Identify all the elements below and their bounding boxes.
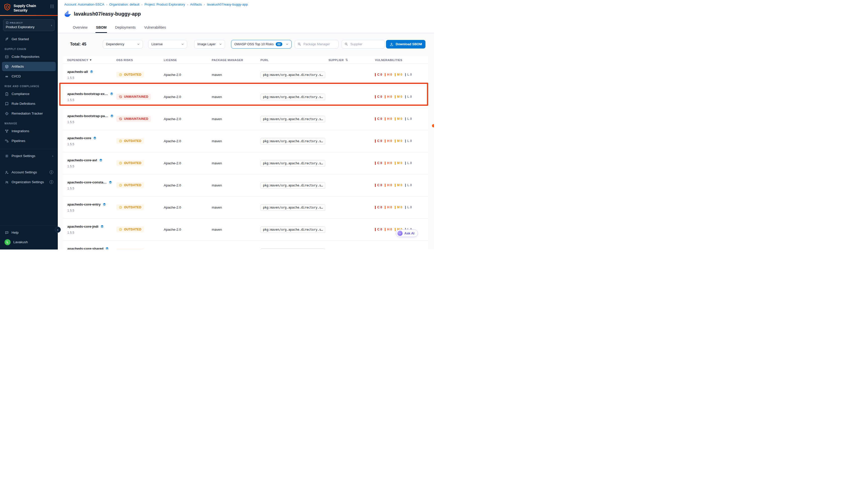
rocket-icon xyxy=(4,37,9,41)
purl-value[interactable]: pkg:maven/org.apache.directory.s… xyxy=(260,116,325,122)
sidebar-item-pipelines[interactable]: Pipelines xyxy=(2,136,56,145)
table-row[interactable]: apacheds-bootstrap-pa… 1.5.5 UNMAINTAINE… xyxy=(63,108,428,130)
package-manager-cell: maven xyxy=(212,139,260,143)
license-cell: Apache-2.0 xyxy=(164,117,212,121)
table-row[interactable]: apacheds-core-shared 1.5.5 OUTDATED Apac… xyxy=(63,241,428,250)
breadcrumb-link-project[interactable]: Project: Product Exploratory xyxy=(145,2,185,6)
oss-risk-badge: OUTDATED xyxy=(116,138,144,144)
page-title: lavakush07/easy-buggy-app xyxy=(74,11,141,17)
sidebar-item-artifacts[interactable]: Artifacts xyxy=(2,62,56,71)
image-layer-filter-select[interactable]: Image Layer xyxy=(194,40,225,48)
table-row[interactable]: apacheds-core 1.5.5 OUTDATED Apache-2.0 … xyxy=(63,130,428,152)
sidebar-item-rule-definitions[interactable]: Rule Definitions xyxy=(2,99,56,108)
layers-icon xyxy=(110,114,114,118)
sidebar-item-code-repositories[interactable]: Code Repositories xyxy=(2,52,56,61)
low-count: L 0 xyxy=(405,183,412,187)
user-menu[interactable]: L Lavakush xyxy=(2,238,56,247)
purl-value[interactable]: pkg:maven/org.apache.directory.s… xyxy=(260,72,325,78)
dependency-version: 1.5.5 xyxy=(67,209,116,212)
tab-bar: Overview SBOM Deployments Vulnerabilitie… xyxy=(64,24,428,33)
clock-icon xyxy=(119,228,122,231)
license-cell: Apache-2.0 xyxy=(164,95,212,99)
purl-value[interactable]: pkg:maven/org.apache.directory.s… xyxy=(260,182,325,189)
dependency-cell: apacheds-core 1.5.5 xyxy=(67,136,116,146)
toolbar: Total: 45 Dependency License Image Layer xyxy=(58,40,434,48)
package-manager-search xyxy=(295,40,338,48)
tab-deployments[interactable]: Deployments xyxy=(114,24,136,33)
sidebar-item-project-settings[interactable]: Project Settings › xyxy=(2,151,56,160)
project-selector[interactable]: PROJECT Product Exploratory › xyxy=(3,19,55,31)
low-count: L 0 xyxy=(405,161,412,165)
info-icon[interactable]: i xyxy=(49,170,53,174)
purl-value[interactable]: pkg:maven/org.apache.directory.s… xyxy=(260,248,325,250)
low-count: L 0 xyxy=(405,95,412,98)
sort-desc-icon: ▾ xyxy=(90,58,91,62)
purl-value[interactable]: pkg:maven/org.apache.directory.s… xyxy=(260,204,325,211)
column-header-license: LICENSE xyxy=(164,59,212,62)
clock-icon xyxy=(119,183,122,187)
license-cell: Apache-2.0 xyxy=(164,161,212,165)
oss-risk-badge: OUTDATED xyxy=(116,182,144,188)
breadcrumb-link-account[interactable]: Account: Automation-SSCA xyxy=(64,2,104,6)
sidebar-collapse-button[interactable]: ‹ xyxy=(55,227,61,233)
edge-indicator-dot xyxy=(432,124,434,127)
breadcrumb-separator: › xyxy=(141,3,142,6)
sidebar-item-cicd[interactable]: ∞ CI/CD xyxy=(2,72,56,81)
license-filter-select[interactable]: License xyxy=(148,40,187,48)
dependency-name: apacheds-core-shared xyxy=(67,247,103,250)
column-header-supplier[interactable]: SUPPLIER⇅ xyxy=(328,58,375,62)
vulnerabilities-cell: C 0 H 0 M 0 L 0 xyxy=(375,95,428,98)
breadcrumb-link-artifacts[interactable]: Artifacts xyxy=(190,2,202,6)
table-row[interactable]: apacheds-core-jndi 1.5.5 OUTDATED Apache… xyxy=(63,218,428,241)
purl-value[interactable]: pkg:maven/org.apache.directory.s… xyxy=(260,227,325,233)
purl-value[interactable]: pkg:maven/org.apache.directory.s… xyxy=(260,138,325,145)
search-icon xyxy=(297,42,301,46)
tab-sbom[interactable]: SBOM xyxy=(96,24,107,33)
table-row[interactable]: apacheds-core-consta… 1.5.5 OUTDATED Apa… xyxy=(63,174,428,196)
high-count: H 0 xyxy=(385,228,392,231)
package-manager-search-input[interactable] xyxy=(303,42,336,46)
sidebar-item-remediation-tracker[interactable]: Remediation Tracker xyxy=(2,109,56,118)
dependency-name: apacheds-core-entry xyxy=(67,203,101,206)
info-icon[interactable]: i xyxy=(49,180,53,184)
sidebar-item-account-settings[interactable]: Account Settings i xyxy=(2,168,56,177)
oss-risk-badge: OUTDATED xyxy=(116,204,144,210)
breadcrumb-link-artifact-name[interactable]: lavakush07/easy-buggy-app xyxy=(207,2,248,6)
chevron-right-icon: › xyxy=(49,23,52,27)
project-icon xyxy=(6,21,9,24)
code-repositories-icon xyxy=(4,54,9,59)
column-header-dependency[interactable]: DEPENDENCY▾ xyxy=(67,58,116,62)
purl-value[interactable]: pkg:maven/org.apache.directory.s… xyxy=(260,160,325,167)
table-row[interactable]: apacheds-core-avl 1.5.5 OUTDATED Apache-… xyxy=(63,152,428,174)
dependency-filter-select[interactable]: Dependency xyxy=(103,40,143,48)
dependency-cell: apacheds-core-shared 1.5.5 xyxy=(67,247,116,250)
vulnerabilities-cell: C 0 H 0 M 0 L 0 xyxy=(375,206,428,209)
sidebar-item-integrations[interactable]: Integrations xyxy=(2,126,56,136)
ask-ai-button[interactable]: Ask AI xyxy=(396,229,418,237)
owasp-risks-filter-select[interactable]: OWASP OSS Top 10 Risks 02 xyxy=(231,40,292,48)
module-grid-icon[interactable] xyxy=(50,4,54,10)
module-accent-line xyxy=(0,15,58,16)
download-sbom-button[interactable]: Download SBOM xyxy=(386,40,425,48)
tab-vulnerabilities[interactable]: Vulnerabilities xyxy=(144,24,166,33)
table-row[interactable]: apacheds-bootstrap-ex… 1.5.5 UNMAINTAINE… xyxy=(63,86,428,108)
dependency-name: apacheds-core xyxy=(67,136,91,140)
vulnerabilities-cell: C 0 H 0 M 0 L 0 xyxy=(375,139,428,143)
table-row[interactable]: apacheds-all 1.5.5 OUTDATED Apache-2.0 m… xyxy=(63,63,428,86)
dependency-version: 1.5.5 xyxy=(67,187,116,190)
dependency-name: apacheds-bootstrap-ex… xyxy=(67,92,108,96)
tab-overview[interactable]: Overview xyxy=(72,24,88,33)
sidebar-item-help[interactable]: Help xyxy=(2,228,56,237)
sidebar-item-organization-settings[interactable]: Organization Settings i xyxy=(2,178,56,187)
table-row[interactable]: apacheds-core-entry 1.5.5 OUTDATED Apach… xyxy=(63,196,428,218)
remediation-tracker-icon xyxy=(4,111,9,115)
breadcrumb: Account: Automation-SSCA › Organization:… xyxy=(64,2,428,6)
breadcrumb-link-organization[interactable]: Organization: default xyxy=(109,2,139,6)
clock-icon xyxy=(119,206,122,209)
purl-value[interactable]: pkg:maven/org.apache.directory.s… xyxy=(260,94,325,100)
sidebar-item-compliance[interactable]: Compliance xyxy=(2,89,56,98)
supplier-search-input[interactable] xyxy=(350,42,383,46)
chevron-left-icon: ‹ xyxy=(57,228,59,232)
sbom-table: DEPENDENCY▾ OSS RISKS LICENSE PACKAGE MA… xyxy=(63,57,428,250)
sidebar-item-get-started[interactable]: Get Started xyxy=(2,34,56,44)
